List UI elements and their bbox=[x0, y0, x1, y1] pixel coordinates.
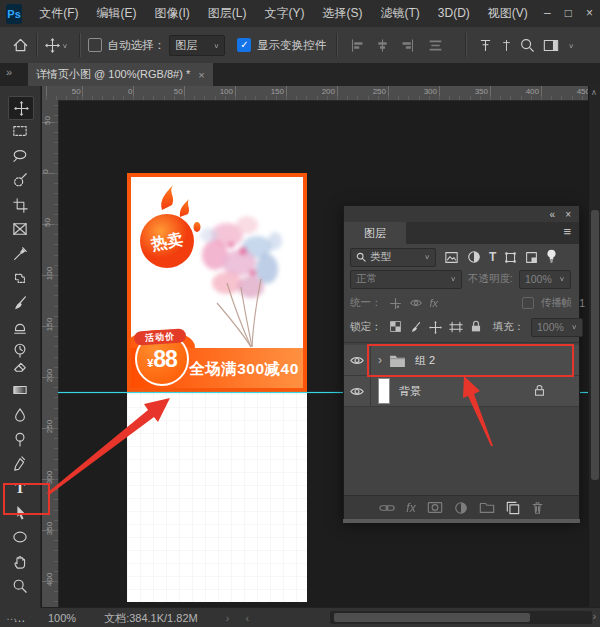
brush-tool[interactable] bbox=[8, 292, 32, 314]
show-transform-checkbox[interactable]: ✓ bbox=[237, 38, 251, 52]
link-layers-icon[interactable] bbox=[379, 503, 395, 513]
minimize-icon[interactable]: – bbox=[537, 0, 558, 27]
rectangular-marquee-tool[interactable] bbox=[8, 120, 32, 142]
vertical-scrollbar[interactable]: ∧ bbox=[588, 86, 600, 607]
tab-close-icon[interactable]: × bbox=[198, 69, 204, 81]
spot-healing-tool[interactable] bbox=[8, 267, 32, 289]
filter-smart-objects-icon[interactable] bbox=[525, 251, 538, 264]
photoshop-logo-icon[interactable]: Ps bbox=[6, 4, 22, 24]
blend-mode-dropdown[interactable]: 正常∨ bbox=[350, 270, 462, 289]
auto-select-target-dropdown[interactable]: 图层∨ bbox=[169, 35, 225, 56]
clone-stamp-tool[interactable] bbox=[8, 316, 32, 338]
lock-transparent-icon[interactable] bbox=[389, 320, 402, 335]
blur-tool[interactable] bbox=[8, 404, 32, 426]
close-icon[interactable]: × bbox=[579, 0, 600, 27]
scroll-right-icon[interactable]: › bbox=[593, 611, 596, 622]
menu-3d[interactable]: 3D(D) bbox=[429, 0, 479, 27]
status-next-icon[interactable]: › bbox=[226, 612, 230, 624]
delete-layer-icon[interactable] bbox=[531, 501, 544, 515]
align-right-edges-icon[interactable] bbox=[400, 38, 415, 53]
dodge-tool[interactable] bbox=[8, 428, 32, 450]
filter-pixel-layers-icon[interactable] bbox=[444, 251, 459, 264]
unify-visibility-icon[interactable] bbox=[409, 297, 423, 309]
new-layer-icon[interactable] bbox=[506, 501, 520, 515]
lock-position-icon[interactable] bbox=[429, 321, 442, 334]
hand-tool[interactable] bbox=[8, 551, 32, 573]
menu-layer[interactable]: 图层(L) bbox=[199, 0, 256, 27]
zoom-search-icon[interactable] bbox=[519, 37, 535, 53]
workspace-chevron-icon[interactable]: ∨ bbox=[568, 41, 574, 48]
move-options-chevron-icon[interactable]: ∨ bbox=[62, 41, 68, 48]
horizontal-scrollbar[interactable] bbox=[330, 611, 592, 624]
lock-all-icon[interactable] bbox=[470, 320, 482, 335]
menu-type[interactable]: 文字(Y) bbox=[256, 0, 314, 27]
panel-header: « × bbox=[344, 206, 579, 222]
background-lock-icon[interactable] bbox=[534, 384, 545, 399]
workspace-panel-icon[interactable] bbox=[542, 38, 560, 53]
show-transform-label: 显示变换控件 bbox=[257, 38, 326, 53]
distribute-icon[interactable] bbox=[428, 38, 443, 53]
home-icon[interactable] bbox=[12, 37, 29, 54]
maximize-icon[interactable]: □ bbox=[558, 0, 579, 27]
align-left-edges-icon[interactable] bbox=[350, 38, 365, 53]
layer-mask-icon[interactable] bbox=[427, 501, 443, 514]
document-tab[interactable]: 详情页小图 @ 100%(RGB/8#) * × bbox=[28, 63, 213, 86]
crop-tool[interactable] bbox=[8, 194, 32, 216]
move-tool-icon[interactable] bbox=[45, 38, 60, 53]
status-more-icon[interactable]: … bbox=[6, 610, 18, 622]
dock-collapse-icon[interactable]: » bbox=[6, 66, 12, 78]
opacity-field[interactable]: 100%∨ bbox=[519, 270, 571, 289]
lock-artboard-icon[interactable] bbox=[449, 321, 463, 333]
zoom-tool[interactable] bbox=[8, 575, 32, 597]
visibility-toggle[interactable] bbox=[344, 376, 371, 406]
unify-row: 统一： fx 传播帧 1 bbox=[344, 294, 591, 312]
panel-menu-icon[interactable]: ≡ bbox=[563, 224, 571, 239]
status-prev-icon[interactable]: ‹ bbox=[245, 612, 249, 624]
unify-style-icon[interactable]: fx bbox=[430, 297, 439, 309]
document-canvas[interactable]: 热卖 bbox=[127, 173, 307, 602]
panel-resize-handle[interactable] bbox=[343, 519, 580, 523]
horizontal-scrollbar-thumb[interactable] bbox=[334, 613, 530, 622]
menu-file[interactable]: 文件(F) bbox=[30, 0, 87, 27]
new-group-icon[interactable] bbox=[479, 501, 495, 514]
filter-adjustment-layers-icon[interactable] bbox=[467, 250, 481, 264]
adjustment-layer-icon[interactable] bbox=[454, 501, 468, 515]
frame-tool[interactable] bbox=[8, 218, 32, 240]
align-canvas-icon[interactable] bbox=[478, 38, 493, 53]
panel-collapse-icon[interactable]: « bbox=[550, 209, 556, 220]
vertical-scrollbar-thumb[interactable] bbox=[591, 210, 599, 480]
layers-panel-tab[interactable]: 图层 bbox=[344, 222, 406, 244]
pen-tool[interactable] bbox=[8, 453, 32, 475]
filter-shape-layers-icon[interactable] bbox=[504, 251, 517, 264]
layer-thumbnail[interactable] bbox=[379, 379, 389, 403]
lasso-tool[interactable] bbox=[8, 145, 32, 167]
quick-selection-tool[interactable] bbox=[8, 169, 32, 191]
eraser-tool[interactable] bbox=[8, 354, 32, 376]
layer-style-icon[interactable]: fx bbox=[406, 501, 415, 515]
menu-filter[interactable]: 滤镜(T) bbox=[372, 0, 429, 27]
gradient-tool[interactable] bbox=[8, 379, 32, 401]
flower-bouquet-image bbox=[181, 207, 303, 357]
menu-image[interactable]: 图像(I) bbox=[146, 0, 199, 27]
unify-position-icon[interactable] bbox=[389, 297, 402, 310]
menu-view[interactable]: 视图(V) bbox=[479, 0, 537, 27]
3d-mode-icon[interactable] bbox=[500, 38, 513, 53]
menu-edit[interactable]: 编辑(E) bbox=[88, 0, 146, 27]
menu-select[interactable]: 选择(S) bbox=[314, 0, 372, 27]
move-tool[interactable] bbox=[8, 96, 34, 120]
scroll-up-icon[interactable]: ∧ bbox=[591, 88, 597, 97]
fill-field[interactable]: 100%∨ bbox=[531, 318, 583, 337]
photoshop-window: Ps 文件(F) 编辑(E) 图像(I) 图层(L) 文字(Y) 选择(S) 滤… bbox=[0, 0, 600, 627]
eyedropper-tool[interactable] bbox=[8, 243, 32, 265]
align-center-icon[interactable] bbox=[375, 38, 390, 53]
propagate-checkbox[interactable] bbox=[522, 297, 534, 309]
zoom-level[interactable]: 100% bbox=[48, 612, 76, 624]
lock-pixels-icon[interactable] bbox=[409, 321, 422, 334]
shape-tool[interactable] bbox=[8, 526, 32, 548]
filter-type-layers-icon[interactable]: T bbox=[489, 250, 496, 264]
auto-select-checkbox[interactable] bbox=[88, 38, 102, 52]
panel-close-icon[interactable]: × bbox=[565, 209, 571, 220]
filter-toggle-icon[interactable] bbox=[546, 249, 557, 265]
layer-name[interactable]: 背景 bbox=[399, 384, 421, 399]
filter-type-dropdown[interactable]: 类型 ∨ bbox=[350, 248, 436, 267]
